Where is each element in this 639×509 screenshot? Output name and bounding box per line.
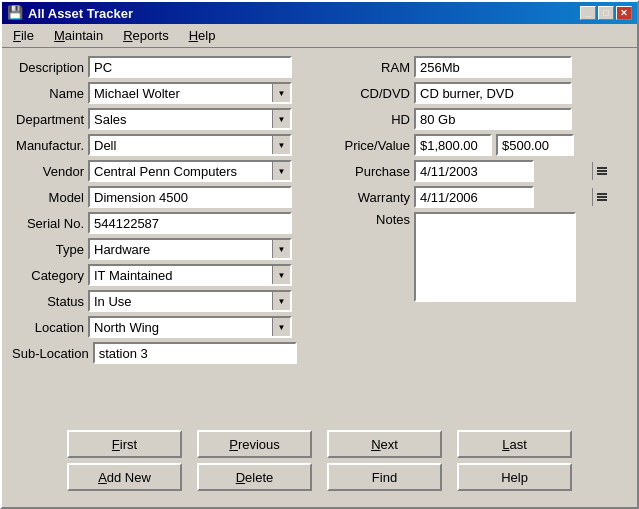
warranty-calendar-btn[interactable] <box>592 188 610 206</box>
notes-textarea[interactable] <box>414 212 576 302</box>
location-dropdown: ▼ <box>88 316 292 338</box>
price-row: Price/Value <box>342 134 627 156</box>
help-button[interactable]: Help <box>457 463 572 491</box>
type-input[interactable] <box>90 240 272 258</box>
previous-button[interactable]: Previous <box>197 430 312 458</box>
purchase-label: Purchase <box>342 164 410 179</box>
calendar-icon <box>597 167 607 169</box>
model-row: Model <box>12 186 322 208</box>
find-button[interactable]: Find <box>327 463 442 491</box>
cddvd-label: CD/DVD <box>342 86 410 101</box>
vendor-row: Vendor ▼ <box>12 160 322 182</box>
manufacturer-dropdown-btn[interactable]: ▼ <box>272 136 290 154</box>
manufacturer-input[interactable] <box>90 136 272 154</box>
name-dropdown: ▼ <box>88 82 292 104</box>
manufacturer-chevron-down-icon: ▼ <box>278 141 286 150</box>
type-dropdown: ▼ <box>88 238 292 260</box>
purchase-input[interactable] <box>416 162 592 180</box>
menu-maintain[interactable]: Maintain <box>48 26 109 45</box>
type-dropdown-btn[interactable]: ▼ <box>272 240 290 258</box>
status-dropdown-btn[interactable]: ▼ <box>272 292 290 310</box>
purchase-calendar-btn[interactable] <box>592 162 610 180</box>
next-button[interactable]: Next <box>327 430 442 458</box>
vendor-input[interactable] <box>90 162 272 180</box>
delete-button[interactable]: Delete <box>197 463 312 491</box>
description-label: Description <box>12 60 84 75</box>
description-input[interactable] <box>88 56 292 78</box>
description-row: Description <box>12 56 322 78</box>
vendor-chevron-down-icon: ▼ <box>278 167 286 176</box>
warranty-calendar-icon <box>597 193 607 195</box>
vendor-dropdown: ▼ <box>88 160 292 182</box>
add-new-button[interactable]: Add New <box>67 463 182 491</box>
location-input[interactable] <box>90 318 272 336</box>
category-input[interactable] <box>90 266 272 284</box>
status-chevron-down-icon: ▼ <box>278 297 286 306</box>
sublocation-input[interactable] <box>93 342 297 364</box>
manufacturer-label: Manufactur. <box>12 138 84 153</box>
type-label: Type <box>12 242 84 257</box>
left-column: Description Name ▼ Department <box>12 56 322 420</box>
right-column: RAM CD/DVD HD Price/Value <box>342 56 627 420</box>
minimize-button[interactable]: _ <box>580 6 596 20</box>
price-input[interactable] <box>414 134 492 156</box>
serial-input[interactable] <box>88 212 292 234</box>
cddvd-input[interactable] <box>414 82 572 104</box>
name-row: Name ▼ <box>12 82 322 104</box>
cddvd-row: CD/DVD <box>342 82 627 104</box>
notes-label: Notes <box>342 212 410 227</box>
category-row: Category ▼ <box>12 264 322 286</box>
menu-file[interactable]: File <box>7 26 40 45</box>
vendor-dropdown-btn[interactable]: ▼ <box>272 162 290 180</box>
type-chevron-down-icon: ▼ <box>278 245 286 254</box>
sublocation-row: Sub-Location <box>12 342 322 364</box>
status-label: Status <box>12 294 84 309</box>
value-input[interactable] <box>496 134 574 156</box>
status-input[interactable] <box>90 292 272 310</box>
warranty-row: Warranty <box>342 186 627 208</box>
main-content: Description Name ▼ Department <box>2 48 637 507</box>
name-label: Name <box>12 86 84 101</box>
name-input[interactable] <box>90 84 272 102</box>
action-buttons-row: Add New Delete Find Help <box>12 463 627 491</box>
category-chevron-down-icon: ▼ <box>278 271 286 280</box>
model-label: Model <box>12 190 84 205</box>
name-dropdown-btn[interactable]: ▼ <box>272 84 290 102</box>
purchase-date-wrapper <box>414 160 534 182</box>
main-window: 💾 All Asset Tracker _ □ ✕ File Maintain … <box>0 0 639 509</box>
warranty-input[interactable] <box>416 188 592 206</box>
first-button[interactable]: First <box>67 430 182 458</box>
title-buttons: _ □ ✕ <box>580 6 632 20</box>
status-dropdown: ▼ <box>88 290 292 312</box>
department-chevron-down-icon: ▼ <box>278 115 286 124</box>
calendar-icon-line3 <box>597 173 607 175</box>
title-bar: 💾 All Asset Tracker _ □ ✕ <box>2 2 637 24</box>
title-bar-left: 💾 All Asset Tracker <box>7 5 133 21</box>
status-row: Status ▼ <box>12 290 322 312</box>
hd-label: HD <box>342 112 410 127</box>
location-label: Location <box>12 320 84 335</box>
model-input[interactable] <box>88 186 292 208</box>
department-input[interactable] <box>90 110 272 128</box>
menu-help[interactable]: Help <box>183 26 222 45</box>
pricevalue-label: Price/Value <box>342 138 410 153</box>
manufacturer-dropdown: ▼ <box>88 134 292 156</box>
hd-input[interactable] <box>414 108 572 130</box>
ram-row: RAM <box>342 56 627 78</box>
notes-row: Notes <box>342 212 627 420</box>
location-dropdown-btn[interactable]: ▼ <box>272 318 290 336</box>
manufacturer-row: Manufactur. ▼ <box>12 134 322 156</box>
app-icon: 💾 <box>7 5 23 21</box>
buttons-area: First Previous Next Last Add New Delete … <box>12 425 627 499</box>
menu-bar: File Maintain Reports Help <box>2 24 637 48</box>
department-dropdown: ▼ <box>88 108 292 130</box>
serial-row: Serial No. <box>12 212 322 234</box>
ram-input[interactable] <box>414 56 572 78</box>
warranty-calendar-icon-line2 <box>597 196 607 198</box>
last-button[interactable]: Last <box>457 430 572 458</box>
menu-reports[interactable]: Reports <box>117 26 175 45</box>
department-dropdown-btn[interactable]: ▼ <box>272 110 290 128</box>
close-button[interactable]: ✕ <box>616 6 632 20</box>
category-dropdown-btn[interactable]: ▼ <box>272 266 290 284</box>
maximize-button[interactable]: □ <box>598 6 614 20</box>
